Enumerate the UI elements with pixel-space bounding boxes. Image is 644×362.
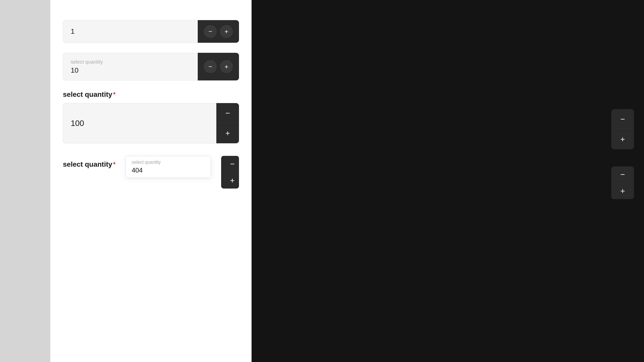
decrement-button-4[interactable]: − [221, 156, 239, 172]
field-label-4: select quantity * [63, 156, 115, 168]
widget-popup-4: select quantity 404 [126, 156, 211, 178]
dark-increment-3[interactable]: + [611, 129, 634, 149]
popup-input-4: select quantity 404 [126, 156, 211, 178]
widget-section-3: select quantity * 100 − + [63, 90, 239, 143]
controls-3: − + [216, 103, 239, 143]
increment-button-1[interactable]: + [220, 25, 233, 38]
field-label-text-4: select quantity [63, 160, 112, 168]
left-panel [0, 0, 50, 362]
field-label-3: select quantity * [63, 90, 239, 99]
dark-area-3: − + [262, 90, 634, 149]
white-section: 1 − + select quantity 10 − [50, 0, 252, 362]
value-area-1: 1 [63, 20, 198, 43]
page-wrapper: 1 − + select quantity 10 − [0, 0, 644, 362]
dark-area-2 [262, 53, 634, 80]
required-star-3: * [113, 92, 115, 97]
field-label-text-3: select quantity [63, 90, 112, 99]
increment-button-4[interactable]: + [221, 172, 239, 189]
decrement-button-2[interactable]: − [204, 60, 217, 73]
controls-1: − + [198, 20, 239, 43]
dark-area-1 [262, 20, 634, 43]
increment-button-3[interactable]: + [216, 123, 239, 143]
dark-controls-standalone-3: − + [611, 109, 634, 149]
quantity-label-2: select quantity [71, 59, 190, 65]
widget-labeled-2: select quantity 10 − + [63, 53, 239, 80]
stepper-row-2: select quantity 10 − + [63, 53, 239, 80]
dark-controls-standalone-4: − + [611, 166, 634, 199]
dark-area-4: − + [262, 162, 634, 199]
dark-label-spacer-3 [262, 90, 634, 105]
controls-4: − + [221, 156, 239, 189]
dark-decrement-4[interactable]: − [611, 166, 634, 183]
quantity-value-3: 100 [71, 119, 84, 128]
decrement-button-1[interactable]: − [204, 25, 217, 38]
quantity-value-2: 10 [71, 66, 190, 74]
decrement-button-3[interactable]: − [216, 103, 239, 123]
main-panel: 1 − + select quantity 10 − [50, 0, 644, 362]
value-area-2: select quantity 10 [63, 53, 198, 80]
popup-label-4: select quantity [132, 160, 205, 165]
popup-value-4: 404 [132, 166, 205, 174]
controls-2: − + [198, 53, 239, 80]
value-area-3: 100 [63, 103, 216, 143]
required-star-4: * [113, 161, 115, 167]
widget-tall-3: 100 − + [63, 103, 239, 143]
quantity-value-1: 1 [71, 27, 75, 35]
dark-increment-4[interactable]: + [611, 183, 634, 199]
dark-decrement-3[interactable]: − [611, 109, 634, 129]
increment-button-2[interactable]: + [220, 60, 233, 73]
widget-section-4: select quantity * select quantity 404 − … [63, 156, 239, 189]
widget-simple-1: 1 − + [63, 20, 239, 43]
stepper-row-1: 1 − + [63, 20, 239, 43]
dark-section: − + − + [252, 0, 644, 362]
